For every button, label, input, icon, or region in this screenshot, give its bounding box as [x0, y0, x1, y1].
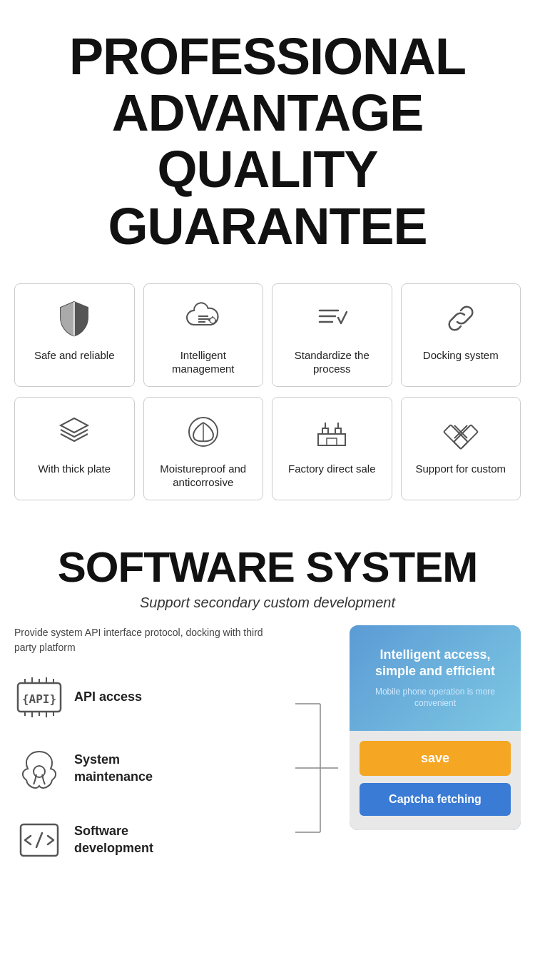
svg-rect-16 — [322, 428, 328, 434]
save-button[interactable]: save — [360, 741, 511, 776]
layers-icon — [53, 410, 96, 453]
software-title: SOFTWARE SYSTEM — [14, 546, 521, 589]
software-body: Provide system API interface protocol, d… — [14, 625, 521, 886]
shield-icon — [53, 297, 96, 340]
phone-header-sub: Mobile phone operation is more convenien… — [364, 686, 506, 710]
svg-rect-15 — [318, 434, 345, 445]
software-item-dev-label: Softwaredevelopment — [74, 823, 153, 857]
feature-safe-reliable: Safe and reliable — [14, 283, 135, 387]
feature-docking: Docking system — [401, 283, 521, 387]
svg-line-40 — [36, 833, 42, 847]
maintenance-icon — [14, 744, 64, 794]
feature-label-docking: Docking system — [423, 348, 499, 363]
feature-standardize: Standardize the process — [272, 283, 392, 387]
feature-factory: Factory direct sale — [272, 397, 392, 500]
link-icon — [439, 297, 482, 340]
feature-moistureproof: Moistureproof and anticorrosive — [143, 397, 264, 500]
software-description: Provide system API interface protocol, d… — [14, 625, 284, 655]
phone-header: Intelligent access, simple and efficient… — [350, 625, 521, 731]
feature-label-factory: Factory direct sale — [288, 462, 376, 476]
feature-custom: Support for custom — [401, 397, 521, 500]
feature-label-moistureproof: Moistureproof and anticorrosive — [151, 462, 256, 490]
software-item-maintenance-label: Systemmaintenance — [74, 752, 153, 785]
captcha-button[interactable]: Captcha fetching — [360, 783, 511, 816]
software-item-dev: Softwaredevelopment — [14, 815, 284, 865]
factory-icon — [310, 410, 353, 453]
feature-label-custom: Support for custom — [415, 462, 506, 476]
phone-mockup: Intelligent access, simple and efficient… — [350, 625, 521, 830]
features-row-2: With thick plate Moistureproof and antic… — [14, 397, 521, 500]
feature-thick-plate: With thick plate — [14, 397, 135, 500]
phone-header-title: Intelligent access, simple and efficient — [364, 647, 506, 680]
software-item-api: {API} API access — [14, 672, 284, 722]
api-icon: {API} — [14, 672, 64, 722]
software-left: Provide system API interface protocol, d… — [14, 625, 284, 886]
code-icon — [14, 815, 64, 865]
feature-label-thick: With thick plate — [38, 462, 111, 476]
svg-point-4 — [210, 318, 215, 323]
software-item-maintenance: Systemmaintenance — [14, 744, 284, 794]
page-title: PROFESSIONAL ADVANTAGE QUALITY GUARANTEE — [14, 29, 521, 255]
software-subtitle: Support secondary custom development — [14, 595, 521, 611]
software-right: Intelligent access, simple and efficient… — [350, 625, 521, 830]
software-section: SOFTWARE SYSTEM Support secondary custom… — [0, 525, 535, 901]
header-section: PROFESSIONAL ADVANTAGE QUALITY GUARANTEE — [0, 0, 535, 276]
phone-buttons: save Captcha fetching — [350, 731, 521, 830]
svg-rect-20 — [327, 438, 337, 445]
feature-label-intelligent: Intelligent management — [151, 348, 256, 376]
feature-label-standardize: Standardize the process — [280, 348, 384, 376]
tools-icon — [439, 410, 482, 453]
svg-text:{API}: {API} — [22, 692, 56, 706]
svg-marker-12 — [61, 418, 88, 433]
feature-intelligent: Intelligent management — [143, 283, 264, 387]
feature-label-safe: Safe and reliable — [34, 348, 115, 363]
features-row-1: Safe and reliable Intelligent management — [14, 283, 521, 387]
svg-rect-17 — [335, 428, 341, 434]
leaf-shield-icon — [182, 410, 225, 453]
cloud-settings-icon — [182, 297, 225, 340]
checklist-icon — [310, 297, 353, 340]
features-section: Safe and reliable Intelligent management — [0, 276, 535, 525]
svg-point-38 — [34, 766, 45, 777]
bracket-connector — [295, 668, 338, 871]
software-item-api-label: API access — [74, 689, 142, 705]
